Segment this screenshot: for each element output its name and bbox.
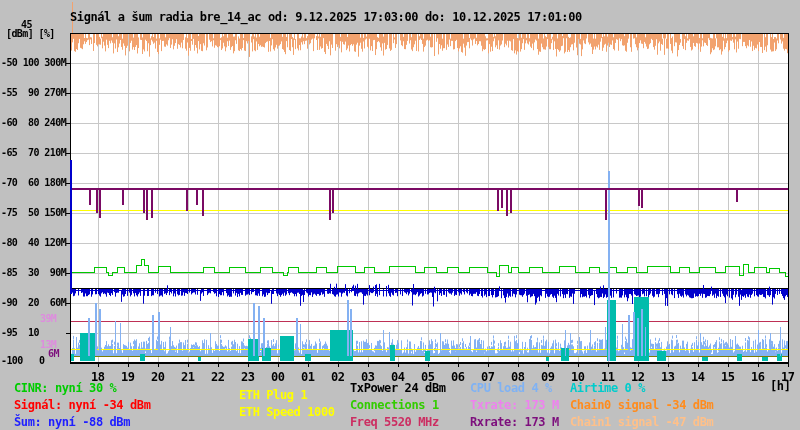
y-axis-label: -75 50 150M	[1, 208, 66, 218]
y-axis-label: -65 70 210M	[1, 148, 66, 158]
legend-item: Connections 1	[350, 399, 439, 411]
y-axis-label: -95 10	[1, 328, 39, 338]
legend-item: Txrate: 173 M	[470, 399, 559, 411]
x-axis-hour-label: 17	[781, 371, 795, 383]
legend-item: Rxrate: 173 M	[470, 416, 559, 428]
x-axis-hour-label: 19	[121, 371, 135, 383]
y-axis-rate-marker-label: 39M	[40, 314, 56, 324]
legend-item: ETH Plug 1	[239, 389, 307, 401]
x-axis-hour-label: 23	[241, 371, 255, 383]
x-axis-hour-label: 21	[181, 371, 195, 383]
y-axis-label: -50 100 300M	[1, 58, 66, 68]
y-axis-label: -55 90 270M	[1, 88, 66, 98]
legend-item: Signál: nyní -34 dBm	[14, 399, 151, 411]
radio-monitoring-graph-page: Signál a šum radia bre_14_ac od: 9.12.20…	[0, 0, 800, 430]
legend-item: ETH Speed 1000	[239, 406, 335, 418]
y-axis-units-header: [dBm] [%]	[6, 29, 55, 39]
x-axis-hour-label: 15	[721, 371, 735, 383]
rrd-chart-canvas	[0, 0, 800, 430]
x-axis-hour-label: 02	[331, 371, 345, 383]
x-axis-hour-label: 20	[151, 371, 165, 383]
y-axis-label: -60 80 240M	[1, 118, 66, 128]
x-axis-hour-label: 14	[691, 371, 705, 383]
x-axis-hour-label: 06	[451, 371, 465, 383]
y-axis-label: -85 30 90M	[1, 268, 66, 278]
x-axis-hour-label: 01	[301, 371, 315, 383]
y-axis-label: -100 0	[1, 356, 44, 366]
y-axis-rate-marker-label: 6M	[48, 349, 59, 359]
legend-item: CINR: nyní 30 %	[14, 382, 116, 394]
legend-item: Šum: nyní -88 dBm	[14, 416, 130, 428]
x-axis-hour-label: 16	[751, 371, 765, 383]
legend-item: Chain1 signal -47 dBm	[570, 416, 713, 428]
legend-item: Freq 5520 MHz	[350, 416, 439, 428]
y-axis-label: -90 20 60M	[1, 298, 66, 308]
y-axis-label: -70 60 180M	[1, 178, 66, 188]
graph-title: Signál a šum radia bre_14_ac od: 9.12.20…	[70, 11, 582, 24]
x-axis-hour-label: 22	[211, 371, 225, 383]
x-axis-hour-label: 13	[661, 371, 675, 383]
x-axis-hour-label: 00	[271, 371, 285, 383]
legend-item: Airtime 0 %	[570, 382, 645, 394]
legend-item: CPU load 4 %	[470, 382, 552, 394]
y-axis-label: -80 40 120M	[1, 238, 66, 248]
legend-item: TxPower 24 dBm	[350, 382, 446, 394]
legend-item: Chain0 signal -34 dBm	[570, 399, 713, 411]
